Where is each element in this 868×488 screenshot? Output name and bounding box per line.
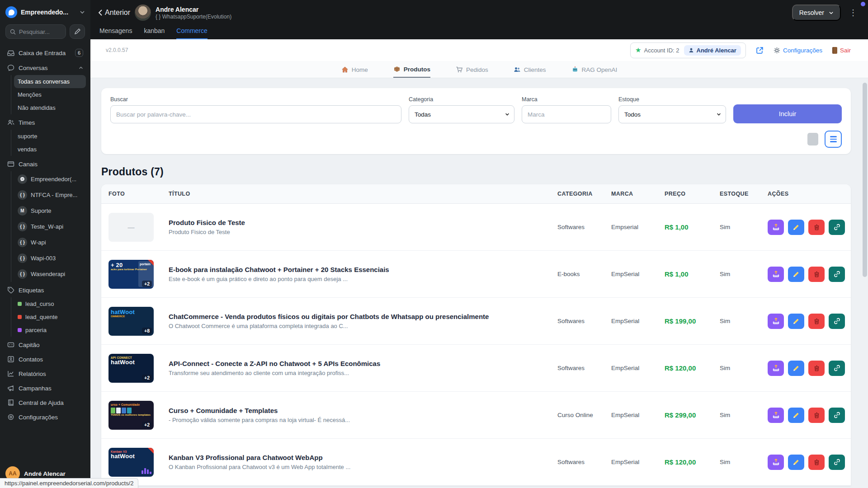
commerce-tab-home[interactable]: Home bbox=[341, 66, 368, 78]
sidebar-subitem-teste-w-api[interactable]: { }Teste_W-api bbox=[14, 219, 86, 235]
sidebar-subitem-lead-quente[interactable]: lead_quente bbox=[14, 310, 86, 324]
product-photo[interactable]: API CONNECThatWoot+2 bbox=[108, 354, 154, 383]
product-photo[interactable]: Kanban V3hatWoot bbox=[108, 448, 154, 477]
account-user-pill[interactable]: André Alencar bbox=[684, 45, 741, 56]
tab-mensagens[interactable]: Mensagens bbox=[99, 27, 132, 39]
delete-button[interactable] bbox=[808, 361, 825, 376]
buscar-input[interactable] bbox=[110, 105, 401, 123]
search-input[interactable]: Pesquisar... bbox=[5, 24, 66, 39]
link-button[interactable] bbox=[829, 220, 845, 235]
delete-button[interactable] bbox=[808, 455, 825, 470]
foto-cell: urso + ComunidadeTODOS os melhores templ… bbox=[101, 401, 161, 430]
sidebar-subitem-w-api[interactable]: { }W-api bbox=[14, 235, 86, 250]
delete-button[interactable] bbox=[808, 220, 825, 235]
settings-link[interactable]: Configurações bbox=[774, 47, 822, 54]
edit-button[interactable] bbox=[788, 314, 804, 329]
sidebar-item-central-de-ajuda[interactable]: Central de Ajuda bbox=[5, 395, 86, 410]
sidebar-subitem-lead-curso[interactable]: lead_curso bbox=[14, 297, 86, 310]
sidebar-subitem-men-es[interactable]: Menções bbox=[14, 88, 86, 101]
chevron-down-icon[interactable] bbox=[829, 10, 834, 15]
link-button[interactable] bbox=[829, 408, 845, 423]
estoque-select[interactable]: Todos bbox=[618, 105, 726, 123]
commerce-tab-produtos[interactable]: Produtos bbox=[393, 66, 430, 78]
back-button[interactable]: Anterior bbox=[98, 9, 130, 17]
product-title[interactable]: E-book para instalação Chatwoot + Portai… bbox=[169, 266, 550, 273]
chevron-left-icon bbox=[98, 9, 103, 16]
list-view-button[interactable] bbox=[825, 131, 842, 148]
logout-link[interactable]: Sair bbox=[832, 47, 851, 54]
sidebar-item-canais[interactable]: Canais bbox=[5, 157, 86, 171]
sidebar-subitem-wasenderapi[interactable]: { }Wasenderapi bbox=[14, 266, 86, 282]
commerce-tab-rag-openai[interactable]: RAG OpenAI bbox=[571, 66, 618, 78]
edit-button[interactable] bbox=[788, 455, 804, 470]
sidebar-item-conversas[interactable]: Conversas bbox=[5, 61, 86, 75]
chevron-down-icon[interactable] bbox=[80, 9, 85, 15]
product-title[interactable]: ChatCommerce - Venda produtos físicos ou… bbox=[169, 313, 550, 320]
kebab-menu-icon[interactable]: ⋮ bbox=[845, 8, 861, 18]
link-button[interactable] bbox=[829, 361, 845, 376]
tab-commerce[interactable]: Commerce bbox=[176, 27, 207, 39]
share-button[interactable] bbox=[768, 455, 784, 470]
delete-button[interactable] bbox=[808, 408, 825, 423]
categoria-select[interactable]: Todas bbox=[409, 105, 514, 123]
sidebar-item-caixa-de-entrada[interactable]: Caixa de Entrada6 bbox=[5, 45, 86, 61]
commerce-tab-pedidos[interactable]: Pedidos bbox=[456, 66, 488, 78]
sidebar-item-capit-o[interactable]: Capitão bbox=[5, 338, 86, 352]
share-button[interactable] bbox=[768, 267, 784, 282]
share-button[interactable] bbox=[768, 361, 784, 376]
product-photo[interactable]: + 20acks para turbinar Portainerportain+… bbox=[108, 260, 154, 289]
product-photo[interactable]: hatWootOMMERCE+8 bbox=[108, 307, 154, 336]
delete-button[interactable] bbox=[808, 267, 825, 282]
product-title[interactable]: Curso + Comunidade + Templates bbox=[169, 407, 550, 414]
edit-button[interactable] bbox=[788, 361, 804, 376]
sidebar-subitem-suporte[interactable]: suporte bbox=[14, 130, 86, 143]
delete-button[interactable] bbox=[808, 314, 825, 329]
incluir-button[interactable]: Incluir bbox=[733, 104, 842, 123]
compose-button[interactable] bbox=[70, 24, 85, 39]
sidebar-item-campanhas[interactable]: Campanhas bbox=[5, 381, 86, 395]
sidebar-subitem-todas-as-conversas[interactable]: Todas as conversas bbox=[14, 75, 86, 88]
product-subtitle: O Chatwoot Commerce é uma plataforma com… bbox=[169, 323, 550, 329]
sidebar-subitem-vendas[interactable]: vendas bbox=[14, 143, 86, 156]
label-color-dot bbox=[18, 315, 22, 319]
sidebar-subitem-parceria[interactable]: parceria bbox=[14, 324, 86, 337]
product-title[interactable]: Produto Fisico de Teste bbox=[169, 219, 550, 226]
product-title[interactable]: Kanban V3 Profissional para Chatwoot Web… bbox=[169, 454, 550, 461]
resolve-button[interactable]: Resolver bbox=[792, 5, 841, 21]
workspace-name[interactable]: Empreendedo... bbox=[21, 9, 76, 16]
contact-name[interactable]: Andre Alencar bbox=[156, 6, 231, 13]
product-title[interactable]: API-Connect - Conecte a Z-API no Chatwoo… bbox=[169, 360, 550, 367]
contact-avatar[interactable] bbox=[135, 5, 151, 21]
product-photo[interactable]: urso + ComunidadeTODOS os melhores templ… bbox=[108, 401, 154, 430]
external-link-icon[interactable] bbox=[756, 47, 764, 54]
sidebar-item-contatos[interactable]: Contatos bbox=[5, 352, 86, 366]
sidebar-item-configura-es[interactable]: Configurações bbox=[5, 410, 86, 424]
sidebar-item-etiquetas[interactable]: Etiquetas bbox=[5, 283, 86, 297]
sidebar-subitem-wapi-003[interactable]: { }Wapi-003 bbox=[14, 250, 86, 266]
edit-button[interactable] bbox=[788, 267, 804, 282]
estoque-cell: Sim bbox=[712, 459, 760, 465]
edit-button[interactable] bbox=[788, 408, 804, 423]
grid-view-icon[interactable] bbox=[807, 133, 818, 145]
sidebar-subitem-suporte[interactable]: MSuporte bbox=[14, 203, 86, 219]
sidebar-item-relat-rios[interactable]: Relatórios bbox=[5, 366, 86, 381]
edit-button[interactable] bbox=[788, 220, 804, 235]
share-button[interactable] bbox=[768, 408, 784, 423]
sidebar-subitem-n-o-atendidas[interactable]: Não atendidas bbox=[14, 101, 86, 114]
sidebar-subitem-ntfca-empre-[interactable]: { }NTFCA - Empre... bbox=[14, 187, 86, 203]
share-button[interactable] bbox=[768, 314, 784, 329]
marca-input[interactable] bbox=[522, 105, 611, 123]
scrollbar[interactable] bbox=[863, 83, 867, 277]
api-channel-icon: { } bbox=[18, 222, 27, 231]
sidebar-subitem-empreendedor-[interactable]: Empreendedor(... bbox=[14, 171, 86, 187]
sidebar-item-times[interactable]: Times bbox=[5, 115, 86, 130]
link-button[interactable] bbox=[829, 455, 845, 470]
link-button[interactable] bbox=[829, 314, 845, 329]
link-button[interactable] bbox=[829, 267, 845, 282]
share-button[interactable] bbox=[768, 220, 784, 235]
acoes-cell bbox=[760, 267, 851, 282]
commerce-tab-clientes[interactable]: Clientes bbox=[514, 66, 546, 78]
chevron-up-icon[interactable] bbox=[79, 66, 83, 70]
tab-kanban[interactable]: kanban bbox=[144, 27, 165, 39]
chevron-down-icon bbox=[717, 112, 721, 117]
